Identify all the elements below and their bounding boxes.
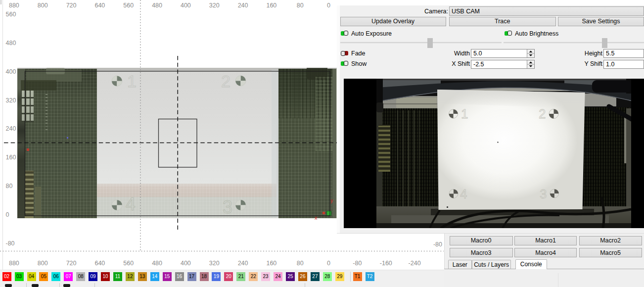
svg-text:1: 1 bbox=[461, 106, 468, 121]
svg-text:4: 4 bbox=[460, 187, 467, 201]
svg-text:2: 2 bbox=[539, 106, 546, 121]
svg-text:3: 3 bbox=[540, 187, 547, 201]
